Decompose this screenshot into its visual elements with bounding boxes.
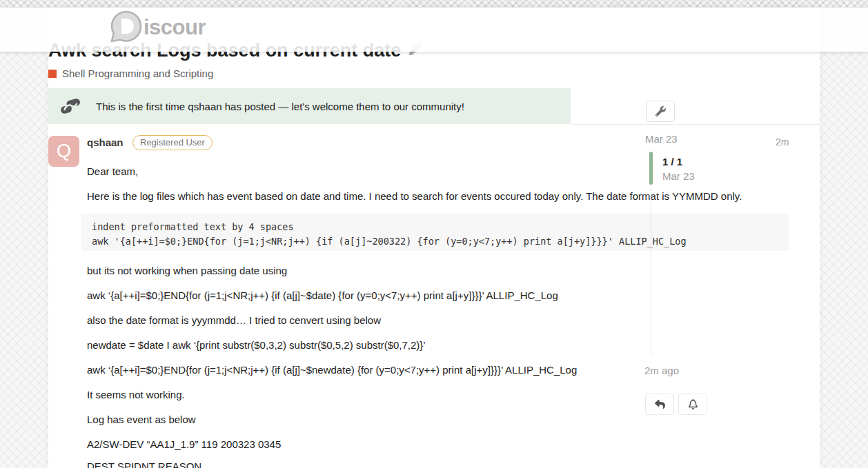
post-paragraph: Dear team,	[87, 165, 138, 177]
post-paragraph: awk ‘{a[++i]=$0;}END{for (j=1;j<NR;j++) …	[87, 289, 558, 301]
post-paragraph: DEST SPIDNT REASON	[87, 460, 201, 468]
post-paragraph: but its not working when passing date us…	[87, 265, 287, 276]
reply-icon	[655, 399, 665, 409]
post-paragraph: Log has event as below	[87, 414, 196, 425]
site-header: iscourse	[0, 7, 868, 52]
post-paragraph: It seems not working.	[87, 389, 185, 400]
section-divider	[571, 124, 820, 125]
avatar[interactable]: Q	[48, 136, 79, 167]
timeline-end-date[interactable]: 2m ago	[644, 365, 679, 376]
timeline-post-position: 1 / 1	[662, 156, 682, 167]
timeline-track[interactable]	[651, 186, 651, 355]
timeline-scrubber-handle[interactable]	[649, 152, 653, 185]
user-title-badge: Registered User	[132, 135, 213, 150]
code-line: indent preformatted text by 4 spaces	[92, 220, 789, 234]
post-author-username[interactable]: qshaan	[87, 136, 124, 148]
code-line: awk '{a[++i]=$0;}END{for (j=1;j<NR;j++) …	[92, 234, 789, 249]
timeline-start-date[interactable]: Mar 23	[645, 133, 678, 145]
post-paragraph: Here is the log files which has event ba…	[87, 190, 742, 202]
category-color-square	[48, 70, 57, 78]
reply-button[interactable]	[645, 394, 674, 415]
post-paragraph: newdate = $date I awk ‘{print substr($0,…	[87, 339, 426, 351]
discourse-logo[interactable]: iscourse	[109, 9, 206, 48]
code-block: indent preformatted text by 4 spaces awk…	[81, 214, 789, 251]
first-post-banner: This is the first time qshaan has posted…	[48, 88, 571, 124]
category-name: Shell Programming and Scripting	[62, 68, 213, 79]
timeline-current-date: Mar 23	[662, 170, 695, 182]
avatar-letter: Q	[57, 141, 71, 162]
topic-admin-wrench-button[interactable]	[646, 101, 675, 122]
wrench-icon	[655, 106, 666, 116]
post-age[interactable]: 2m	[776, 136, 789, 147]
category-badge[interactable]: Shell Programming and Scripting	[48, 68, 213, 79]
post-paragraph: A2/SW-DEV “AA1J_1.9” 119 200323 0345	[87, 438, 281, 450]
logo-wordmark: iscourse	[144, 15, 206, 39]
handshake-icon	[59, 97, 82, 115]
banner-message: This is the first time qshaan has posted…	[96, 101, 464, 112]
post-paragraph: awk ‘{a[++i]=$0;}END{for (j=1;j<NR;j++) …	[87, 364, 577, 376]
bell-icon	[688, 399, 698, 409]
discourse-topic-page: Awk search Logs based on current date Sh…	[0, 0, 868, 468]
page-background-pattern	[0, 0, 868, 7]
post-paragraph: also the date format is yyymmdd… I tried…	[87, 314, 381, 326]
notification-bell-button[interactable]	[678, 394, 707, 415]
